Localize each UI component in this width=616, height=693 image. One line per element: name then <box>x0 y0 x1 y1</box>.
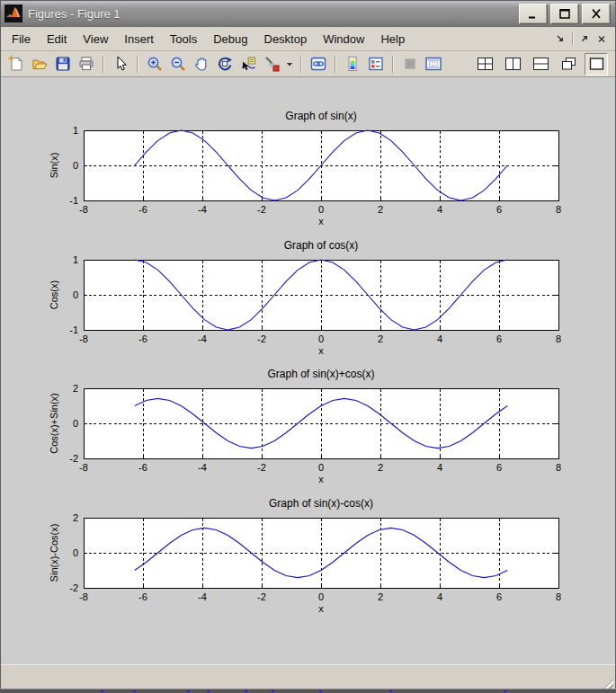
svg-text:-8: -8 <box>79 462 88 473</box>
tile-columns-button[interactable] <box>501 53 524 76</box>
x-axis-label: x <box>318 474 324 484</box>
rotate-3d-icon <box>216 55 234 73</box>
svg-text:2: 2 <box>378 333 383 344</box>
svg-text:-4: -4 <box>198 462 207 473</box>
menu-help[interactable]: Help <box>372 29 413 49</box>
menu-tools[interactable]: Tools <box>162 29 205 49</box>
dock-button[interactable] <box>553 31 567 46</box>
svg-text:-4: -4 <box>198 204 207 215</box>
menu-view[interactable]: View <box>75 29 116 49</box>
background-dash <box>319 690 322 692</box>
menu-insert[interactable]: Insert <box>116 29 162 49</box>
float-windows-icon <box>560 57 577 71</box>
subplot-title: Graph of sin(x) <box>285 110 356 122</box>
rotate-3d-button[interactable] <box>213 53 237 76</box>
resize-grip-icon[interactable] <box>602 677 613 689</box>
svg-text:0: 0 <box>73 289 78 300</box>
open-file-button[interactable] <box>28 53 51 76</box>
window-title: Figures - Figure 1 <box>28 7 511 21</box>
show-plot-tools-button[interactable] <box>422 53 445 76</box>
x-axis-label: x <box>318 216 324 227</box>
menu-edit[interactable]: Edit <box>39 29 75 49</box>
background-dash <box>101 690 103 692</box>
maximize-figure-button[interactable] <box>585 53 608 76</box>
background-dash <box>187 690 190 692</box>
svg-text:8: 8 <box>556 333 561 344</box>
axes-2[interactable]: Graph of cos(x)-8-6-4-202468-101xCos(x) <box>1 234 615 362</box>
axes-1[interactable]: Graph of sin(x)-8-6-4-202468-101xSin(x) <box>1 104 615 233</box>
data-cursor-button[interactable] <box>237 53 260 76</box>
svg-text:4: 4 <box>437 462 442 473</box>
menu-file[interactable]: File <box>4 29 39 49</box>
data-cursor-icon <box>239 55 257 73</box>
y-axis-label: Cos(x)+Sin(x) <box>49 393 59 454</box>
svg-text:-2: -2 <box>257 462 266 473</box>
maximize-icon <box>558 8 572 20</box>
y-axis-label: Cos(x) <box>49 280 59 308</box>
tile-2x2-button[interactable] <box>473 53 496 76</box>
tile-rows-button[interactable] <box>529 53 552 76</box>
undock-arrow-icon <box>578 32 591 45</box>
svg-text:2: 2 <box>378 591 383 602</box>
svg-text:0: 0 <box>318 462 324 473</box>
svg-text:-8: -8 <box>79 204 88 215</box>
insert-legend-button[interactable] <box>364 53 388 76</box>
menu-debug[interactable]: Debug <box>205 29 255 49</box>
svg-text:6: 6 <box>496 462 502 473</box>
zoom-in-button[interactable] <box>143 53 166 76</box>
svg-text:6: 6 <box>496 204 502 215</box>
background-window-edge <box>0 689 616 693</box>
menu-bar-items: FileEditViewInsertToolsDebugDesktopWindo… <box>4 29 413 49</box>
minimize-button[interactable] <box>519 4 548 24</box>
pointer-icon <box>112 55 129 73</box>
background-dash <box>504 690 506 692</box>
menu-right-separator <box>572 32 573 45</box>
background-dash <box>133 690 136 692</box>
undock-button[interactable] <box>577 31 592 46</box>
pan-button[interactable] <box>190 53 213 76</box>
svg-text:-1: -1 <box>69 324 78 335</box>
open-file-icon <box>31 55 49 73</box>
toolbar-left-groups <box>4 53 445 76</box>
insert-colorbar-button[interactable] <box>341 53 364 76</box>
maximize-button[interactable] <box>550 4 579 24</box>
pointer-button[interactable] <box>109 53 132 76</box>
svg-text:-6: -6 <box>138 462 147 473</box>
link-plot-icon <box>309 55 327 73</box>
new-figure-button[interactable] <box>4 53 28 76</box>
link-plot-button[interactable] <box>307 53 330 76</box>
toolbar-separator <box>103 56 104 73</box>
background-dash <box>207 690 210 692</box>
close-button[interactable] <box>582 4 611 24</box>
print-figure-icon <box>77 55 95 73</box>
svg-text:4: 4 <box>437 591 442 602</box>
subplot-4: Graph of sin(x)-cos(x)-8-6-4-202468-202x… <box>1 492 615 621</box>
subplot-3: Graph of sin(x)+cos(x)-8-6-4-202468-202x… <box>1 362 615 492</box>
tile-2x2-icon <box>477 57 494 71</box>
background-dash <box>272 690 274 692</box>
close-small-icon <box>595 32 608 45</box>
y-axis-label: Sin(x)-Cos(x) <box>49 523 59 582</box>
axes-4[interactable]: Graph of sin(x)-cos(x)-8-6-4-202468-202x… <box>1 492 615 620</box>
axes-3[interactable]: Graph of sin(x)+cos(x)-8-6-4-202468-202x… <box>1 362 615 491</box>
menu-desktop[interactable]: Desktop <box>256 29 316 49</box>
zoom-out-button[interactable] <box>166 53 190 76</box>
brush-button[interactable] <box>260 53 283 76</box>
menu-window[interactable]: Window <box>315 29 372 49</box>
x-axis-label: x <box>318 345 324 356</box>
print-figure-button[interactable] <box>75 53 98 76</box>
client-top-padding <box>1 77 615 104</box>
close-small-button[interactable] <box>594 31 609 46</box>
svg-text:1: 1 <box>73 125 78 136</box>
subplot-1: Graph of sin(x)-8-6-4-202468-101xSin(x) <box>1 104 615 234</box>
brush-dropdown-button[interactable] <box>283 53 296 76</box>
toolbar-separator <box>335 56 336 73</box>
svg-text:0: 0 <box>318 333 324 344</box>
title-bar[interactable]: Figures - Figure 1 <box>1 1 615 27</box>
svg-text:2: 2 <box>378 204 383 215</box>
save-figure-button[interactable] <box>51 53 75 76</box>
svg-text:2: 2 <box>378 462 383 473</box>
minimize-icon <box>526 8 540 20</box>
figure-toolbar <box>1 51 615 77</box>
float-windows-button[interactable] <box>557 53 580 76</box>
